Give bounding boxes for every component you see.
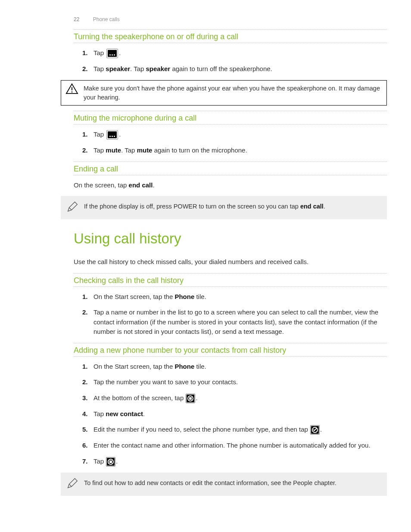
tip-callout-people: To find out how to add new contacts or e… bbox=[61, 473, 387, 496]
check-icon bbox=[310, 425, 320, 435]
more-options-icon bbox=[106, 49, 118, 58]
steps-checking: On the Start screen, tap the Phone tile.… bbox=[74, 292, 387, 337]
steps-adding: On the Start screen, tap the Phone tile.… bbox=[74, 362, 387, 467]
tip-text-people: To find out how to add new contacts or e… bbox=[84, 477, 382, 488]
warning-text: Make sure you don't have the phone again… bbox=[84, 83, 382, 103]
pencil-icon bbox=[66, 200, 79, 215]
steps-speakerphone: Tap . Tap speaker. Tap speaker again to … bbox=[74, 48, 387, 74]
save-icon bbox=[186, 394, 195, 403]
document-page: 22 Phone calls Turning the speakerphone … bbox=[0, 0, 411, 517]
call-history-intro: Use the call history to check missed cal… bbox=[74, 257, 387, 267]
svg-line-3 bbox=[69, 484, 72, 487]
subheading-mute: Muting the microphone during a call bbox=[74, 111, 387, 124]
subheading-speakerphone: Turning the speakerphone on or off durin… bbox=[74, 30, 387, 43]
pencil-icon bbox=[66, 477, 79, 492]
heading-call-history: Using call history bbox=[74, 224, 387, 249]
warning-callout: Make sure you don't have the phone again… bbox=[61, 80, 387, 106]
subheading-ending: Ending a call bbox=[74, 162, 387, 175]
page-content: Turning the speakerphone on or off durin… bbox=[24, 29, 387, 496]
section-name: Phone calls bbox=[93, 16, 120, 22]
subheading-checking: Checking calls in the call history bbox=[74, 274, 387, 287]
warning-triangle-icon bbox=[65, 83, 78, 96]
subheading-adding: Adding a new phone number to your contac… bbox=[74, 343, 387, 357]
ending-body: On the screen, tap end call. bbox=[74, 180, 387, 190]
save-icon bbox=[106, 457, 115, 467]
tip-callout-ending: If the phone display is off, press POWER… bbox=[61, 196, 387, 219]
more-options-icon bbox=[106, 130, 118, 140]
page-number: 22 bbox=[74, 16, 79, 22]
svg-point-1 bbox=[72, 91, 73, 93]
tip-text-ending: If the phone display is off, press POWER… bbox=[84, 200, 382, 212]
svg-line-2 bbox=[69, 208, 72, 210]
running-header: 22 Phone calls bbox=[24, 16, 387, 22]
steps-mute: Tap . Tap mute. Tap mute again to turn o… bbox=[74, 130, 387, 156]
